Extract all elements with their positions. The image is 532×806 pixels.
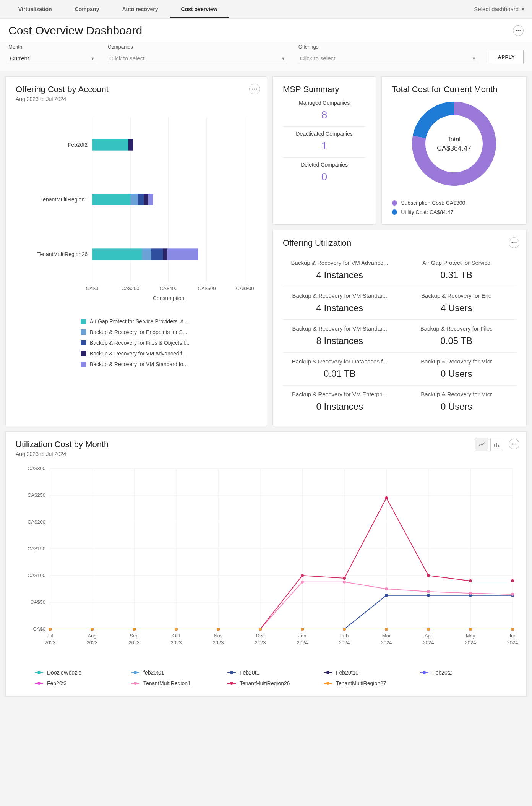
apply-button[interactable]: APPLY	[489, 50, 524, 64]
select-dashboard-label: Select dashboard	[474, 6, 519, 12]
bar-chart-icon	[493, 442, 500, 447]
tab-cost-overview[interactable]: Cost overview	[170, 1, 229, 18]
companies-label: Companies	[108, 44, 287, 50]
offering-utilization-card: Offering Utilization Backup & Recovery f…	[272, 230, 527, 426]
svg-point-190	[91, 628, 94, 631]
svg-text:Jan: Jan	[298, 633, 307, 639]
offering-utilization-item: Backup & Recovery for Databases f... 0.0…	[283, 352, 400, 385]
legend-item: Backup & Recovery for Endpoints for S...	[81, 327, 257, 337]
svg-point-195	[301, 628, 304, 631]
svg-point-194	[259, 628, 262, 631]
svg-text:CA$150: CA$150	[28, 546, 45, 551]
msp-deleted-label: Deleted Companies	[283, 162, 366, 168]
select-dashboard-dropdown[interactable]: Select dashboard ▼	[474, 6, 525, 12]
ucm-more-button[interactable]	[509, 439, 519, 449]
offering-value: 0 Instances	[283, 401, 397, 412]
page-title: Cost Overview Dashboard	[8, 24, 142, 37]
svg-text:Oct: Oct	[172, 633, 180, 639]
svg-text:2023: 2023	[45, 640, 56, 645]
svg-rect-39	[498, 445, 499, 447]
offering-utilization-item: Backup & Recovery for Files 0.05 TB	[400, 319, 517, 352]
svg-rect-26	[92, 248, 142, 260]
svg-text:Consumption: Consumption	[153, 295, 185, 301]
svg-text:CA$600: CA$600	[198, 285, 216, 291]
offering-utilization-item: Backup & Recovery for Micr 0 Users	[400, 352, 517, 385]
offering-value: 0.05 TB	[400, 336, 514, 346]
svg-point-2	[519, 30, 521, 31]
tab-virtualization[interactable]: Virtualization	[7, 1, 63, 18]
total-cost-title: Total Cost for Current Month	[392, 84, 516, 94]
more-icon	[516, 30, 521, 31]
svg-text:Feb: Feb	[340, 633, 349, 639]
month-label: Month	[8, 44, 96, 50]
chevron-down-icon: ▼	[521, 7, 525, 11]
svg-text:2024: 2024	[297, 640, 308, 645]
svg-rect-30	[168, 248, 198, 260]
bar-chart-toggle[interactable]	[490, 438, 503, 451]
legend-item: TenantMultiRegion26	[227, 678, 324, 689]
msp-managed-label: Managed Companies	[283, 100, 366, 106]
svg-text:CA$384.47: CA$384.47	[437, 144, 471, 152]
legend-item: Feb20t2	[420, 667, 516, 678]
svg-text:CA$800: CA$800	[236, 285, 254, 291]
svg-point-42	[515, 443, 516, 444]
line-chart-toggle[interactable]	[475, 438, 488, 451]
offering-value: 4 Instances	[283, 270, 397, 281]
legend-item: Backup & Recovery for Files & Objects f.…	[81, 337, 257, 348]
legend-item: DoozieWoozie	[35, 667, 131, 678]
offering-utilization-item: Backup & Recovery for VM Standar... 4 In…	[283, 287, 400, 319]
svg-text:2024: 2024	[381, 640, 392, 645]
svg-rect-28	[151, 248, 163, 260]
svg-point-126	[427, 594, 430, 597]
offering-utilization-title: Offering Utilization	[283, 238, 516, 248]
svg-rect-18	[128, 139, 133, 151]
svg-point-206	[230, 671, 233, 674]
svg-point-36	[515, 242, 516, 243]
offering-cost-more-button[interactable]	[249, 84, 260, 94]
svg-point-196	[343, 628, 346, 631]
page-more-button[interactable]	[513, 25, 524, 36]
offering-utilization-item: Air Gap Protect for Service 0.31 TB	[400, 254, 517, 287]
svg-point-185	[385, 496, 388, 499]
svg-text:CA$0: CA$0	[86, 285, 99, 291]
svg-point-41	[513, 443, 514, 444]
offering-value: 0 Users	[400, 368, 514, 379]
svg-text:2023: 2023	[171, 640, 182, 645]
svg-rect-27	[142, 248, 151, 260]
svg-point-5	[256, 88, 257, 89]
offering-value: 4 Users	[400, 303, 514, 313]
total-cost-legend: Subscription Cost: CA$300Utility Cost: C…	[392, 198, 516, 217]
svg-text:Feb20t2: Feb20t2	[68, 142, 88, 148]
svg-point-216	[230, 682, 233, 685]
svg-point-4	[254, 88, 255, 89]
offering-utilization-more-button[interactable]	[509, 237, 519, 248]
svg-point-212	[37, 682, 41, 685]
svg-point-173	[385, 587, 388, 590]
svg-rect-20	[92, 194, 130, 205]
msp-title: MSP Summary	[283, 84, 366, 94]
chevron-down-icon: ▼	[281, 56, 285, 61]
tab-company[interactable]: Company	[63, 1, 111, 18]
svg-rect-17	[92, 139, 128, 151]
offering-value: 0.31 TB	[400, 270, 514, 281]
tab-auto-recovery[interactable]: Auto recovery	[110, 1, 169, 18]
filter-bar: Month Current ▼ Companies Click to selec…	[0, 42, 532, 71]
svg-point-199	[469, 628, 472, 631]
total-cost-donut: TotalCA$384.47	[406, 96, 502, 191]
svg-point-192	[175, 628, 178, 631]
legend-item: feb20t01	[131, 667, 227, 678]
offering-utilization-item: Backup & Recovery for VM Standar... 8 In…	[283, 319, 400, 352]
svg-rect-24	[149, 194, 154, 205]
legend-item: Feb20t3	[35, 678, 131, 689]
offering-name: Backup & Recovery for VM Enterpri...	[283, 391, 397, 397]
top-tab-bar: Virtualization Company Auto recovery Cos…	[0, 0, 532, 18]
svg-point-34	[511, 242, 513, 243]
svg-text:Sep: Sep	[130, 633, 138, 639]
offering-name: Air Gap Protect for Service	[400, 259, 514, 266]
companies-select[interactable]: Click to select ▼	[108, 52, 287, 64]
offerings-select[interactable]: Click to select ▼	[298, 52, 478, 64]
svg-text:2024: 2024	[339, 640, 350, 645]
month-select[interactable]: Current ▼	[8, 52, 96, 64]
svg-text:2024: 2024	[423, 640, 434, 645]
offering-cost-legend: Air Gap Protect for Service Providers, A…	[16, 316, 257, 370]
